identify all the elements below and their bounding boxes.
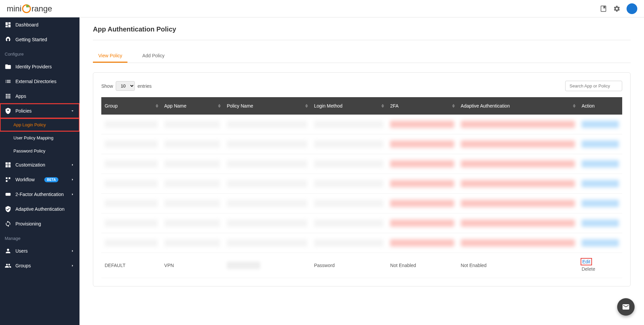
entries-label: entries [138,83,152,89]
apps-icon [5,93,11,100]
rocket-icon [5,36,11,43]
sidebar-item-label: Customization [15,162,45,168]
gear-icon[interactable] [613,5,621,12]
table-row: DEFAULT VPN Password Not Enabled Not Ena… [101,253,622,278]
content: App Authentication Policy View Policy Ad… [79,17,644,325]
delete-link[interactable]: Delete [582,266,619,272]
sidebar-item-label: App Login Policy [13,122,46,127]
sidebar-item-label: 2-Factor Authentication [15,192,64,197]
sidebar-item-external-directories[interactable]: External Directories [0,74,79,89]
sidebar-item-provisioning[interactable]: Provisioning [0,216,79,231]
sidebar-item-apps[interactable]: Apps [0,89,79,104]
header: minirange [0,0,644,17]
chevron-right-icon [70,249,75,253]
page-title: App Authentication Policy [93,25,631,33]
sidebar-item-password-policy[interactable]: Password Policy [0,144,79,157]
sidebar-item-label: Provisioning [15,221,41,226]
message-fab[interactable] [617,298,635,316]
cell-app-name: VPN [161,253,224,278]
table-row [101,174,622,194]
policy-table: Group App Name Policy Name Login Method … [101,97,622,278]
col-policy-name[interactable]: Policy Name [223,97,311,115]
chevron-right-icon [70,192,75,197]
sidebar-item-label: Identity Providers [15,64,52,69]
customization-icon [5,161,11,168]
sidebar-item-user-policy-mapping[interactable]: User Policy Mapping [0,131,79,144]
tab-add-policy[interactable]: Add Policy [137,50,170,63]
sidebar: Dashboard Getting Started Configure Iden… [0,17,79,325]
divider [93,40,631,40]
edit-link[interactable]: Edit [582,259,591,264]
entries-select[interactable]: 10 [116,81,135,91]
cell-login-method: Password [311,253,387,278]
sidebar-item-adaptive-auth[interactable]: Adaptive Authentication [0,202,79,216]
sidebar-item-label: User Policy Mapping [13,135,53,140]
sidebar-item-label: Password Policy [13,148,45,153]
sidebar-item-dashboard[interactable]: Dashboard [0,17,79,32]
sidebar-item-getting-started[interactable]: Getting Started [0,32,79,47]
search-input[interactable] [565,81,622,91]
sidebar-item-label: Apps [15,93,26,99]
cell-2fa: Not Enabled [387,253,457,278]
workflow-icon [5,176,11,183]
col-group[interactable]: Group [101,97,161,115]
idp-icon [5,63,11,70]
col-adaptive[interactable]: Adaptive Authentication [458,97,578,115]
chevron-right-icon [70,177,75,182]
cell-policy-name [223,253,311,278]
sidebar-item-label: External Directories [15,79,56,84]
table-row [101,134,622,154]
show-entries: Show 10 entries [101,81,152,91]
header-actions [600,3,637,14]
list-icon [5,78,11,85]
sidebar-item-label: Users [15,248,28,254]
table-row [101,115,622,134]
table-controls: Show 10 entries [101,81,622,91]
sidebar-item-2fa[interactable]: 2-Factor Authentication [0,187,79,202]
2fa-icon [5,191,11,198]
col-2fa[interactable]: 2FA [387,97,457,115]
sidebar-item-label: Getting Started [15,37,47,42]
show-label: Show [101,83,113,89]
sidebar-item-label: Policies [15,108,32,114]
sidebar-item-app-login-policy[interactable]: App Login Policy [0,118,79,131]
sidebar-item-label: Dashboard [15,22,39,27]
table-row [101,194,622,213]
col-app-name[interactable]: App Name [161,97,224,115]
shield-icon [5,108,11,114]
cell-group: DEFAULT [101,253,161,278]
table-row [101,233,622,253]
tab-view-policy[interactable]: View Policy [93,50,127,63]
col-action: Action [578,97,622,115]
user-icon [5,248,11,254]
cell-adaptive: Not Enabled [458,253,578,278]
avatar[interactable] [627,3,637,14]
sidebar-item-users[interactable]: Users [0,244,79,258]
sidebar-section-configure: Configure [0,47,79,59]
logo: minirange [7,4,52,13]
chevron-down-icon [70,109,75,113]
sync-icon [5,220,11,227]
sidebar-item-customization[interactable]: Customization [0,157,79,172]
sidebar-item-policies[interactable]: Policies [0,104,79,118]
sidebar-item-groups[interactable]: Groups [0,258,79,273]
chevron-right-icon [70,162,75,167]
book-icon[interactable] [600,5,607,12]
sidebar-item-label: Adaptive Authentication [15,206,64,212]
col-login-method[interactable]: Login Method [311,97,387,115]
chevron-right-icon [70,263,75,268]
beta-badge: BETA [44,177,58,182]
cell-action: Edit Delete [578,253,622,278]
dashboard-icon [5,21,11,28]
sidebar-item-workflow[interactable]: Workflow BETA [0,172,79,187]
groups-icon [5,262,11,269]
sidebar-item-label: Groups [15,263,31,268]
mail-icon [622,303,630,311]
svg-rect-0 [6,193,11,196]
sidebar-item-label: Workflow [15,177,35,182]
tabs: View Policy Add Policy [93,50,631,63]
policy-table-card: Show 10 entries Group App Name Policy Na… [93,72,631,286]
adaptive-icon [5,206,11,212]
sidebar-section-manage: Manage [0,231,79,244]
sidebar-item-identity-providers[interactable]: Identity Providers [0,59,79,74]
